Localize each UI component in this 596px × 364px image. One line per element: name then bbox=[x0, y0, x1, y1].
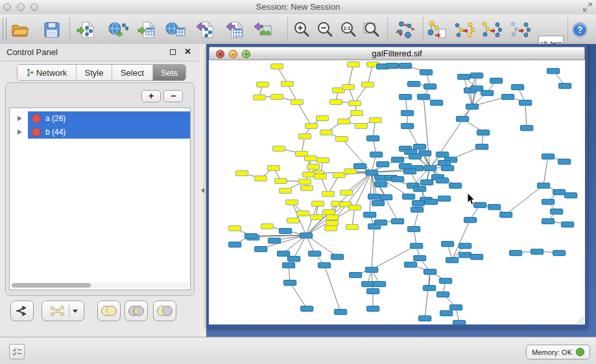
graph-node[interactable] bbox=[379, 194, 392, 200]
graph-node[interactable] bbox=[542, 218, 554, 224]
graph-node[interactable] bbox=[368, 194, 381, 199]
graph-node[interactable] bbox=[272, 146, 285, 152]
graph-node[interactable] bbox=[386, 63, 399, 69]
graph-node[interactable] bbox=[279, 228, 292, 234]
remove-set-button[interactable]: − bbox=[163, 90, 183, 102]
graph-node[interactable] bbox=[254, 176, 267, 181]
graph-node[interactable] bbox=[373, 281, 386, 287]
graph-node[interactable] bbox=[519, 100, 532, 106]
graph-node[interactable] bbox=[366, 135, 379, 141]
graph-node[interactable] bbox=[466, 104, 479, 109]
graph-node[interactable] bbox=[436, 291, 449, 297]
graph-node[interactable] bbox=[316, 157, 329, 163]
graph-node[interactable] bbox=[361, 281, 374, 287]
graph-node[interactable] bbox=[402, 194, 415, 199]
import-network-url-button[interactable] bbox=[108, 19, 128, 40]
network-canvas[interactable] bbox=[209, 60, 585, 324]
graph-node[interactable] bbox=[457, 74, 470, 80]
graph-node[interactable] bbox=[403, 168, 416, 174]
main-titlebar[interactable]: Session: New Session bbox=[0, 0, 596, 15]
graph-node[interactable] bbox=[459, 243, 471, 249]
close-panel-icon[interactable]: ✕ bbox=[184, 47, 191, 56]
graph-node[interactable] bbox=[464, 217, 477, 223]
expand-triangle-icon[interactable] bbox=[18, 116, 22, 121]
add-set-button[interactable]: + bbox=[141, 90, 161, 102]
graph-node[interactable] bbox=[550, 209, 563, 214]
graph-node[interactable] bbox=[342, 84, 355, 90]
graph-node[interactable] bbox=[291, 99, 304, 105]
graph-node[interactable] bbox=[409, 154, 422, 159]
graph-node[interactable] bbox=[281, 81, 294, 87]
graph-node[interactable] bbox=[399, 63, 412, 69]
graph-node[interactable] bbox=[481, 90, 494, 96]
graph-node[interactable] bbox=[353, 163, 366, 169]
graph-node[interactable] bbox=[440, 310, 453, 316]
graph-node[interactable] bbox=[334, 309, 347, 315]
graph-node[interactable] bbox=[537, 183, 550, 188]
graph-node[interactable] bbox=[410, 243, 423, 249]
export-image-button[interactable] bbox=[253, 19, 274, 40]
graph-node[interactable] bbox=[553, 250, 566, 256]
graph-node[interactable] bbox=[413, 255, 426, 261]
graph-node[interactable] bbox=[530, 249, 543, 255]
graph-node[interactable] bbox=[322, 191, 335, 197]
graph-node[interactable] bbox=[423, 269, 436, 275]
graph-node[interactable] bbox=[274, 178, 287, 184]
zoom-out-button[interactable] bbox=[315, 19, 335, 40]
graph-node[interactable] bbox=[470, 73, 483, 78]
fullscreen-icon[interactable] bbox=[582, 2, 593, 12]
memory-status-button[interactable]: Memory: OK bbox=[526, 345, 590, 359]
scrollbar-thumb[interactable] bbox=[12, 283, 91, 288]
graph-node[interactable] bbox=[470, 254, 483, 260]
horizontal-scrollbar[interactable] bbox=[11, 282, 189, 288]
graph-node[interactable] bbox=[449, 183, 462, 188]
graph-node[interactable] bbox=[475, 144, 488, 150]
tab-sets[interactable]: Sets bbox=[153, 65, 185, 80]
graph-node[interactable] bbox=[253, 95, 266, 100]
graph-node[interactable] bbox=[361, 82, 374, 87]
zoom-actual-size-button[interactable]: 1:1 bbox=[338, 19, 359, 40]
graph-node[interactable] bbox=[418, 315, 431, 321]
resize-grip-icon[interactable] bbox=[576, 315, 584, 324]
graph-node[interactable] bbox=[558, 83, 571, 89]
network-view-window[interactable]: ✕ − + galFiltered.sif bbox=[206, 44, 588, 328]
graph-node[interactable] bbox=[420, 179, 433, 185]
collapse-panel-icon[interactable] bbox=[201, 188, 204, 193]
new-network-from-selection-button[interactable] bbox=[427, 19, 447, 40]
graph-node[interactable] bbox=[376, 161, 389, 167]
graph-node[interactable] bbox=[374, 220, 387, 225]
hide-selected-button[interactable] bbox=[481, 19, 502, 40]
graph-node[interactable] bbox=[411, 207, 423, 212]
export-table-button[interactable] bbox=[225, 19, 246, 40]
graph-node[interactable] bbox=[305, 123, 318, 129]
graph-node[interactable] bbox=[374, 181, 387, 187]
graph-node[interactable] bbox=[441, 165, 454, 171]
import-table-file-button[interactable] bbox=[137, 19, 158, 40]
zoom-in-button[interactable] bbox=[291, 19, 312, 40]
graph-node[interactable] bbox=[366, 288, 379, 294]
task-history-button[interactable] bbox=[9, 344, 25, 359]
split-sets-button[interactable] bbox=[10, 301, 34, 321]
tab-style[interactable]: Style bbox=[77, 65, 112, 80]
graph-node[interactable] bbox=[430, 100, 443, 106]
float-panel-icon[interactable] bbox=[170, 49, 176, 55]
graph-node[interactable] bbox=[423, 84, 436, 89]
graph-node[interactable] bbox=[318, 262, 331, 268]
graph-node[interactable] bbox=[477, 130, 490, 135]
graph-node[interactable] bbox=[553, 189, 566, 195]
expand-triangle-icon[interactable] bbox=[18, 130, 22, 135]
graph-node[interactable] bbox=[456, 116, 469, 122]
graph-node[interactable] bbox=[268, 238, 281, 244]
graph-node[interactable] bbox=[307, 164, 320, 170]
graph-node[interactable] bbox=[355, 123, 368, 129]
graph-node[interactable] bbox=[391, 176, 404, 182]
graph-node[interactable] bbox=[372, 200, 385, 206]
graph-node[interactable] bbox=[228, 225, 241, 231]
graph-node[interactable] bbox=[347, 62, 360, 67]
graph-node[interactable] bbox=[401, 123, 414, 129]
graph-node[interactable] bbox=[439, 278, 452, 284]
graph-node[interactable] bbox=[423, 285, 436, 291]
graph-node[interactable] bbox=[329, 99, 342, 105]
set-row-a[interactable]: a (26) bbox=[10, 111, 190, 125]
graph-node[interactable] bbox=[349, 272, 362, 278]
